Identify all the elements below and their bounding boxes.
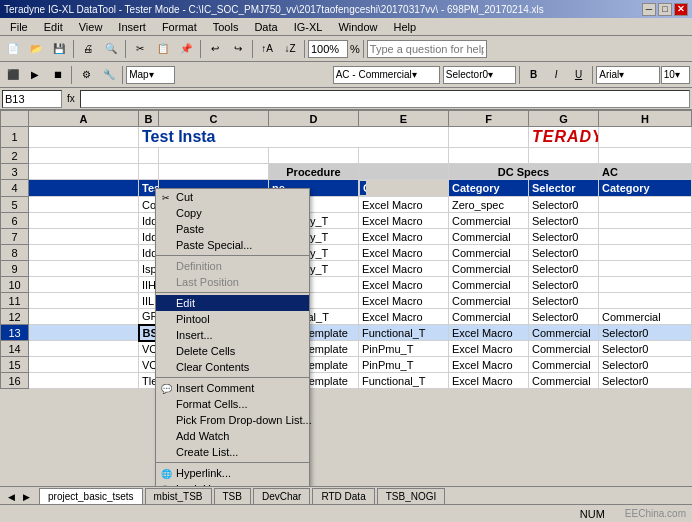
open-button[interactable]: 📂 xyxy=(25,38,47,60)
cell-F12[interactable]: Commercial xyxy=(449,309,529,325)
cell-A1[interactable] xyxy=(29,127,139,148)
ctx-pintool[interactable]: Pintool xyxy=(156,311,309,327)
cell-A3[interactable] xyxy=(29,164,139,180)
tab-scroll-left[interactable]: ◀ xyxy=(4,490,18,504)
menu-insert[interactable]: Insert xyxy=(112,20,152,34)
cell-G8[interactable]: Selector0 xyxy=(529,245,599,261)
cell-H16[interactable]: Selector0 xyxy=(599,373,692,389)
name-box[interactable]: B13 xyxy=(2,90,62,108)
cell-A8[interactable] xyxy=(29,245,139,261)
font-bold-button[interactable]: B xyxy=(523,64,544,86)
col-header-B[interactable]: B xyxy=(139,111,159,127)
cell-F1[interactable] xyxy=(449,127,529,148)
cell-E5[interactable]: Excel Macro xyxy=(359,197,449,213)
ctx-create-list[interactable]: Create List... xyxy=(156,444,309,460)
close-button[interactable]: ✕ xyxy=(674,3,688,16)
ctx-delete-cells[interactable]: Delete Cells xyxy=(156,343,309,359)
cell-E11[interactable]: Excel Macro xyxy=(359,293,449,309)
paste-button[interactable]: 📌 xyxy=(175,38,197,60)
ctx-look-up[interactable]: 🔍 Look Up... xyxy=(156,481,309,486)
cell-H7[interactable] xyxy=(599,229,692,245)
menu-edit[interactable]: Edit xyxy=(38,20,69,34)
ctx-pick-dropdown[interactable]: Pick From Drop-down List... xyxy=(156,412,309,428)
cell-F3[interactable]: DC Specs xyxy=(449,164,599,180)
selector-dropdown[interactable]: Selector0▾ xyxy=(443,66,516,84)
ctx-paste[interactable]: Paste xyxy=(156,221,309,237)
cell-F2[interactable] xyxy=(449,148,529,164)
cell-G11[interactable]: Selector0 xyxy=(529,293,599,309)
cell-D2[interactable] xyxy=(269,148,359,164)
cell-E8[interactable]: Excel Macro xyxy=(359,245,449,261)
cell-G7[interactable]: Selector0 xyxy=(529,229,599,245)
cell-A7[interactable] xyxy=(29,229,139,245)
ctx-paste-special[interactable]: Paste Special... xyxy=(156,237,309,253)
cell-F7[interactable]: Commercial xyxy=(449,229,529,245)
cell-A5[interactable] xyxy=(29,197,139,213)
cell-F9[interactable]: Commercial xyxy=(449,261,529,277)
menu-format[interactable]: Format xyxy=(156,20,203,34)
cell-E9[interactable]: Excel Macro xyxy=(359,261,449,277)
cell-F4[interactable]: Category xyxy=(449,180,529,197)
col-header-D[interactable]: D xyxy=(269,111,359,127)
menu-file[interactable]: File xyxy=(4,20,34,34)
cell-E3[interactable] xyxy=(359,164,449,180)
map-dropdown[interactable]: Map▾ xyxy=(126,66,175,84)
cell-F11[interactable]: Commercial xyxy=(449,293,529,309)
cell-D3[interactable]: Procedure xyxy=(269,164,359,180)
cell-H4[interactable]: Category xyxy=(599,180,692,197)
copy-button[interactable]: 📋 xyxy=(152,38,174,60)
print-button[interactable]: 🖨 xyxy=(77,38,99,60)
cell-G1[interactable]: TERADYNE xyxy=(529,127,599,148)
ctx-clear-contents[interactable]: Clear Contents xyxy=(156,359,309,375)
save-button[interactable]: 💾 xyxy=(48,38,70,60)
cell-F14[interactable]: Excel Macro xyxy=(449,341,529,357)
cell-E6[interactable]: Excel Macro xyxy=(359,213,449,229)
redo-button[interactable]: ↪ xyxy=(227,38,249,60)
ac-commercial-dropdown[interactable]: AC - Commercial▾ xyxy=(333,66,440,84)
cell-A15[interactable] xyxy=(29,357,139,373)
cell-B3[interactable] xyxy=(139,164,159,180)
zoom-input[interactable] xyxy=(308,40,348,58)
tb2-btn1[interactable]: ⬛ xyxy=(2,64,23,86)
cell-F16[interactable]: Excel Macro xyxy=(449,373,529,389)
cell-C3[interactable] xyxy=(159,164,269,180)
minimize-button[interactable]: ─ xyxy=(642,3,656,16)
cell-A13[interactable] xyxy=(29,325,139,341)
cell-F10[interactable]: Commercial xyxy=(449,277,529,293)
ctx-insert[interactable]: Insert... xyxy=(156,327,309,343)
tb2-btn4[interactable]: ⚙ xyxy=(75,64,96,86)
cell-A12[interactable] xyxy=(29,309,139,325)
col-header-C[interactable]: C xyxy=(159,111,269,127)
cell-H2[interactable] xyxy=(599,148,692,164)
cell-H13[interactable]: Selector0 xyxy=(599,325,692,341)
sheet-tab-nogi[interactable]: TSB_NOGI xyxy=(377,488,446,504)
col-header-A[interactable]: A xyxy=(29,111,139,127)
tab-scroll-right[interactable]: ▶ xyxy=(19,490,33,504)
cell-A2[interactable] xyxy=(29,148,139,164)
cell-H1[interactable] xyxy=(599,127,692,148)
menu-help[interactable]: Help xyxy=(388,20,423,34)
sheet-tab-rtd[interactable]: RTD Data xyxy=(312,488,374,504)
cell-G4[interactable]: Selector xyxy=(529,180,599,197)
cell-A4[interactable] xyxy=(29,180,139,197)
font-italic-button[interactable]: I xyxy=(545,64,566,86)
cell-E15[interactable]: PinPmu_T xyxy=(359,357,449,373)
cell-G9[interactable]: Selector0 xyxy=(529,261,599,277)
undo-button[interactable]: ↩ xyxy=(204,38,226,60)
col-header-E[interactable]: E xyxy=(359,111,449,127)
cell-H3[interactable]: AC xyxy=(599,164,692,180)
cell-G5[interactable]: Selector0 xyxy=(529,197,599,213)
tb2-btn3[interactable]: ⏹ xyxy=(47,64,68,86)
sheet-tab-project[interactable]: project_basic_tsets xyxy=(39,488,143,504)
cell-G15[interactable]: Commercial xyxy=(529,357,599,373)
cell-E7[interactable]: Excel Macro xyxy=(359,229,449,245)
formula-input[interactable] xyxy=(80,90,690,108)
cell-H12[interactable]: Commercial xyxy=(599,309,692,325)
menu-tools[interactable]: Tools xyxy=(207,20,245,34)
col-header-H[interactable]: H xyxy=(599,111,692,127)
ctx-add-watch[interactable]: Add Watch xyxy=(156,428,309,444)
cell-F5[interactable]: Zero_spec xyxy=(449,197,529,213)
cell-C2[interactable] xyxy=(159,148,269,164)
font-size-dropdown[interactable]: 10▾ xyxy=(661,66,690,84)
cell-F6[interactable]: Commercial xyxy=(449,213,529,229)
